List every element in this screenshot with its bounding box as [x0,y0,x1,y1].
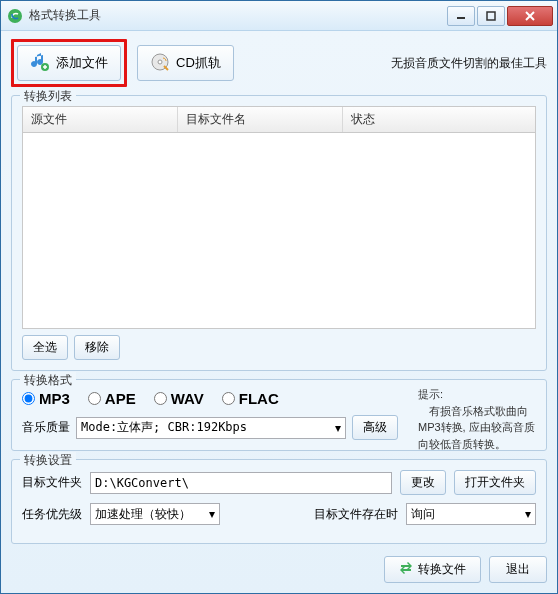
priority-select[interactable]: 加速处理（较快） ▾ [90,503,220,525]
cd-rip-button[interactable]: CD抓轨 [137,45,234,81]
convert-list-group: 转换列表 源文件 目标文件名 状态 全选 移除 [11,95,547,371]
tip-label: 提示: [418,386,536,403]
priority-label: 任务优先级 [22,506,82,523]
radio-flac[interactable]: FLAC [222,390,279,407]
cd-icon [150,52,170,75]
exists-select[interactable]: 询问 ▾ [406,503,536,525]
chevron-down-icon: ▾ [335,421,341,435]
window-title: 格式转换工具 [29,7,447,24]
chevron-down-icon: ▾ [525,507,531,521]
quality-row: 音乐质量 Mode:立体声; CBR:192Kbps ▾ 高级 [22,415,416,440]
list-body[interactable] [22,133,536,329]
radio-flac-input[interactable] [222,392,235,405]
add-file-button[interactable]: 添加文件 [17,45,121,81]
subtitle: 无损音质文件切割的最佳工具 [391,55,547,72]
col-source[interactable]: 源文件 [23,107,178,132]
maximize-button[interactable] [477,6,505,26]
format-group: 转换格式 MP3 APE WAV FLAC 音乐质量 Mode:立体声; CBR… [11,379,547,451]
radio-ape-input[interactable] [88,392,101,405]
add-file-label: 添加文件 [56,54,108,72]
chevron-down-icon: ▾ [209,507,215,521]
radio-ape[interactable]: APE [88,390,136,407]
target-folder-input[interactable] [90,472,392,494]
tip-box: 提示: 有损音乐格式歌曲向MP3转换, 应由较高音质向较低音质转换。 [418,386,536,452]
app-window: 格式转换工具 添加文件 CD抓轨 无损音质文 [0,0,558,594]
change-button[interactable]: 更改 [400,470,446,495]
svg-point-0 [8,9,22,23]
minimize-button[interactable] [447,6,475,26]
priority-exists-row: 任务优先级 加速处理（较快） ▾ 目标文件存在时 询问 ▾ [22,503,536,525]
highlight-annotation: 添加文件 [11,39,127,87]
format-legend: 转换格式 [20,372,76,389]
convert-list-legend: 转换列表 [20,88,76,105]
exit-button[interactable]: 退出 [489,556,547,583]
toolbar: 添加文件 CD抓轨 无损音质文件切割的最佳工具 [11,39,547,87]
settings-group: 转换设置 目标文件夹 更改 打开文件夹 任务优先级 加速处理（较快） ▾ 目标文… [11,459,547,544]
cd-rip-label: CD抓轨 [176,54,221,72]
list-header: 源文件 目标文件名 状态 [22,106,536,133]
col-target[interactable]: 目标文件名 [178,107,343,132]
content-area: 添加文件 CD抓轨 无损音质文件切割的最佳工具 转换列表 源文件 目标文件名 状… [1,31,557,593]
window-controls [447,6,553,26]
open-folder-button[interactable]: 打开文件夹 [454,470,536,495]
remove-button[interactable]: 移除 [74,335,120,360]
music-add-icon [30,52,50,75]
tip-text: 有损音乐格式歌曲向MP3转换, 应由较高音质向较低音质转换。 [418,403,536,453]
footer: 转换文件 退出 [11,552,547,583]
radio-mp3[interactable]: MP3 [22,390,70,407]
exists-label: 目标文件存在时 [314,506,398,523]
radio-wav-input[interactable] [154,392,167,405]
app-icon [7,8,23,24]
svg-rect-2 [487,12,495,20]
convert-button[interactable]: 转换文件 [384,556,481,583]
settings-legend: 转换设置 [20,452,76,469]
radio-wav[interactable]: WAV [154,390,204,407]
svg-point-7 [158,60,162,64]
titlebar: 格式转换工具 [1,1,557,31]
advanced-button[interactable]: 高级 [352,415,398,440]
close-button[interactable] [507,6,553,26]
quality-label: 音乐质量 [22,419,70,436]
target-folder-label: 目标文件夹 [22,474,82,491]
list-actions: 全选 移除 [22,335,536,360]
format-options: MP3 APE WAV FLAC [22,390,416,407]
radio-mp3-input[interactable] [22,392,35,405]
select-all-button[interactable]: 全选 [22,335,68,360]
quality-select[interactable]: Mode:立体声; CBR:192Kbps ▾ [76,417,346,439]
col-status[interactable]: 状态 [343,107,535,132]
target-folder-row: 目标文件夹 更改 打开文件夹 [22,470,536,495]
convert-arrows-icon [399,561,413,578]
